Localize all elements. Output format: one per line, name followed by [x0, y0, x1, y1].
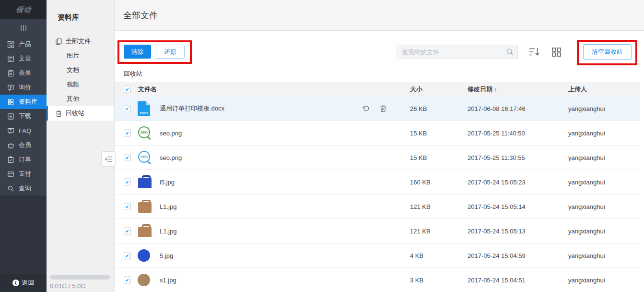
row-checkbox[interactable]	[124, 179, 131, 186]
table-row[interactable]: L1.jpg 121 KB 2017-05-24 15:05:13 yangxi…	[115, 219, 640, 243]
search-icon[interactable]	[506, 48, 514, 56]
empty-recycle-bin-button[interactable]: 清空回收站	[583, 44, 632, 60]
file-type-icon	[138, 126, 152, 140]
faq-icon	[7, 127, 14, 134]
back-chevron-icon: ❮	[12, 280, 19, 286]
sidebar-item-label: 资料库	[19, 97, 37, 106]
library-item-videos[interactable]: 视频	[47, 77, 114, 92]
sidebar-item-label: 查询	[19, 184, 31, 193]
table-row[interactable]: 通用订单打印模板.docx 26 KB 2017-06-08 16:17:46 …	[115, 97, 640, 121]
file-type-icon	[138, 224, 152, 238]
library-item-recycle-bin[interactable]: 回收站	[47, 106, 114, 121]
library-item-others[interactable]: 其他	[47, 92, 114, 106]
table-row[interactable]: l5.jpg 160 KB 2017-05-24 15:05:23 yangxi…	[115, 170, 640, 195]
storage-progressbar	[50, 275, 110, 280]
library-item-label: 全部文件	[66, 37, 91, 46]
sidebar-item-download[interactable]: 下载	[0, 109, 47, 123]
file-name[interactable]: l5.jpg	[160, 179, 175, 186]
sidebar-item-inquiry[interactable]: 询价	[0, 80, 47, 95]
library-icon	[7, 98, 14, 106]
sidebar-item-members[interactable]: 会员	[0, 138, 47, 152]
sidebar-item-label: FAQ	[19, 127, 31, 134]
row-actions	[362, 97, 387, 121]
file-name[interactable]: 通用订单打印模板.docx	[160, 104, 224, 113]
file-name[interactable]: seo.png	[160, 154, 182, 161]
file-date: 2017-05-24 15:04:59	[468, 252, 526, 259]
sidebar-collapse-icon[interactable]	[0, 19, 47, 37]
back-button[interactable]: ❮ 返回	[0, 274, 47, 292]
library-sidebar-list: 全部文件 图片 文档 视频 其他 回收站	[47, 34, 114, 121]
library-item-documents[interactable]: 文档	[47, 63, 114, 77]
select-all-checkbox[interactable]	[124, 86, 131, 93]
library-sidebar: 资料库 全部文件 图片 文档 视频 其他 回收站 0.01G / 5.0G	[47, 0, 115, 292]
app-logo: 领动	[0, 0, 47, 19]
file-name[interactable]: 5.jpg	[160, 252, 173, 259]
file-date: 2017-05-25 11:30:55	[468, 154, 525, 161]
file-size: 15 KB	[410, 130, 427, 137]
restore-file-icon[interactable]	[362, 105, 370, 112]
sidebar-item-library[interactable]: 资料库	[0, 95, 47, 109]
file-uploader: yangxianghui	[568, 203, 605, 210]
grid-view-icon[interactable]	[552, 48, 561, 57]
file-date: 2017-05-25 11:40:50	[468, 130, 525, 137]
table-row[interactable]: seo.png 15 KB 2017-05-25 11:40:50 yangxi…	[115, 121, 640, 146]
row-checkbox[interactable]	[124, 154, 131, 161]
table-row[interactable]: s1.jpg 3 KB 2017-05-24 15:04:51 yangxian…	[115, 268, 640, 292]
file-name[interactable]: L1.jpg	[160, 203, 176, 210]
sort-order-icon[interactable]	[529, 47, 540, 57]
file-table: 文件名 大小 修改日期↓ 上传人 通用订单打印模板.docx 26 KB 201…	[115, 82, 640, 292]
panel-collapse-button[interactable]	[101, 151, 116, 167]
table-row[interactable]: L1.jpg 121 KB 2017-05-24 15:05:14 yangxi…	[115, 195, 640, 219]
table-row[interactable]: 5.jpg 4 KB 2017-05-24 15:04:59 yangxiang…	[115, 243, 640, 268]
download-icon	[7, 113, 14, 120]
sidebar-item-label: 文章	[19, 54, 31, 63]
file-uploader: yangxianghui	[568, 228, 605, 235]
file-type-icon	[138, 101, 150, 116]
file-name[interactable]: seo.png	[160, 130, 182, 137]
clear-button[interactable]: 清除	[124, 45, 151, 59]
main-content: 全部文件 清除 还原 清空回收站 回收站 文件名 大小 修改日期↓ 上传人	[115, 0, 644, 292]
file-uploader: yangxianghui	[568, 277, 605, 284]
sidebar-item-label: 产品	[19, 40, 31, 49]
sidebar-item-orders[interactable]: 订单	[0, 152, 47, 167]
query-icon	[7, 185, 14, 192]
column-header-date[interactable]: 修改日期↓	[468, 85, 497, 94]
back-label: 返回	[22, 279, 35, 287]
row-checkbox[interactable]	[124, 130, 131, 137]
sidebar-item-label: 订单	[19, 155, 31, 164]
grid-icon	[7, 41, 14, 48]
sidebar-item-faq[interactable]: FAQ	[0, 123, 47, 138]
file-size: 15 KB	[410, 154, 427, 161]
row-checkbox[interactable]	[124, 277, 131, 284]
row-checkbox[interactable]	[124, 228, 131, 235]
column-header-name[interactable]: 文件名	[138, 85, 157, 94]
table-row[interactable]: seo.png 15 KB 2017-05-25 11:30:55 yangxi…	[115, 146, 640, 170]
row-checkbox[interactable]	[124, 252, 131, 259]
form-icon	[7, 70, 14, 77]
file-size: 4 KB	[410, 252, 423, 259]
file-size: 3 KB	[410, 277, 423, 284]
library-item-all-files[interactable]: 全部文件	[47, 34, 114, 49]
column-header-uploader[interactable]: 上传人	[568, 85, 587, 94]
sidebar-item-payment[interactable]: 支付	[0, 167, 47, 181]
sidebar-item-products[interactable]: 产品	[0, 37, 47, 51]
file-name[interactable]: L1.jpg	[160, 228, 176, 235]
search-input[interactable]	[397, 45, 517, 59]
column-header-size[interactable]: 大小	[410, 85, 422, 94]
row-checkbox[interactable]	[124, 203, 131, 210]
file-name[interactable]: s1.jpg	[160, 277, 176, 284]
breadcrumb: 回收站	[124, 70, 142, 78]
delete-file-icon[interactable]	[379, 105, 387, 112]
sidebar-item-articles[interactable]: 文章	[0, 51, 47, 66]
file-type-icon	[138, 249, 150, 262]
restore-button[interactable]: 还原	[156, 45, 185, 59]
library-item-images[interactable]: 图片	[47, 49, 114, 63]
library-item-label: 文档	[67, 66, 79, 74]
file-size: 121 KB	[410, 228, 431, 235]
sidebar-item-query[interactable]: 查询	[0, 181, 47, 195]
sidebar-item-label: 支付	[19, 170, 31, 178]
trash-icon	[55, 110, 62, 117]
sidebar-item-forms[interactable]: 表单	[0, 66, 47, 80]
row-checkbox[interactable]	[124, 105, 131, 112]
sidebar-item-label: 表单	[19, 69, 31, 77]
